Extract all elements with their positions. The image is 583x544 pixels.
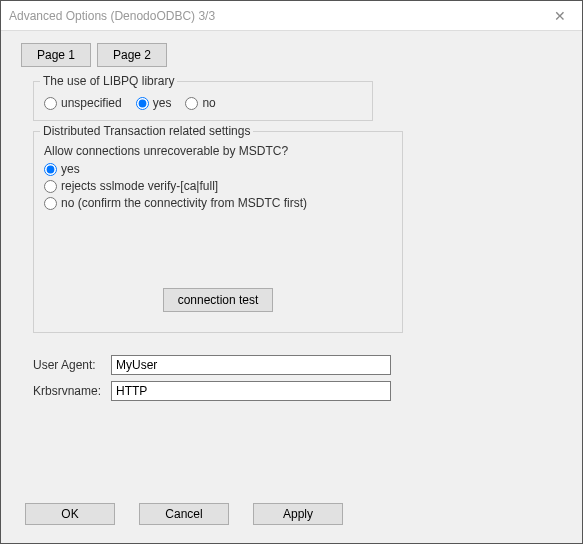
dialog-window: Advanced Options (DenodoODBC) 3/3 ✕ Page… [0, 0, 583, 544]
libpq-radio-no-input[interactable] [185, 97, 198, 110]
dtx-radio-no-input[interactable] [44, 197, 57, 210]
dtx-radio-yes-input[interactable] [44, 163, 57, 176]
krb-row: Krbsrvname: [33, 381, 562, 401]
dtx-radio-yes[interactable]: yes [44, 162, 382, 176]
page1-button[interactable]: Page 1 [21, 43, 91, 67]
dtx-radio-rejects[interactable]: rejects sslmode verify-[ca|full] [44, 179, 382, 193]
libpq-legend: The use of LIBPQ library [40, 74, 177, 88]
form-rows: User Agent: Krbsrvname: [33, 355, 562, 407]
window-title: Advanced Options (DenodoODBC) 3/3 [9, 9, 215, 23]
dtx-options: yes rejects sslmode verify-[ca|full] no … [44, 162, 392, 210]
dtx-group: Distributed Transaction related settings… [33, 131, 403, 333]
content-area: Page 1 Page 2 The use of LIBPQ library u… [1, 31, 582, 543]
libpq-radio-yes-input[interactable] [136, 97, 149, 110]
dtx-radio-rejects-input[interactable] [44, 180, 57, 193]
dtx-no-label: no (confirm the connectivity from MSDTC … [61, 196, 307, 210]
conn-test-wrap: connection test [44, 288, 392, 312]
apply-button[interactable]: Apply [253, 503, 343, 525]
dialog-buttons: OK Cancel Apply [21, 489, 562, 531]
dtx-question: Allow connections unrecoverable by MSDTC… [44, 144, 392, 158]
libpq-no-label: no [202, 96, 215, 110]
krb-label: Krbsrvname: [33, 384, 111, 398]
libpq-yes-label: yes [153, 96, 172, 110]
krb-input[interactable] [111, 381, 391, 401]
libpq-options: unspecified yes no [44, 96, 362, 110]
ok-button[interactable]: OK [25, 503, 115, 525]
libpq-radio-no[interactable]: no [185, 96, 215, 110]
libpq-radio-unspecified[interactable]: unspecified [44, 96, 122, 110]
libpq-radio-unspecified-input[interactable] [44, 97, 57, 110]
close-icon[interactable]: ✕ [546, 8, 574, 24]
libpq-group: The use of LIBPQ library unspecified yes… [33, 81, 373, 121]
titlebar: Advanced Options (DenodoODBC) 3/3 ✕ [1, 1, 582, 31]
dtx-rejects-label: rejects sslmode verify-[ca|full] [61, 179, 218, 193]
connection-test-button[interactable]: connection test [163, 288, 274, 312]
libpq-unspecified-label: unspecified [61, 96, 122, 110]
dtx-legend: Distributed Transaction related settings [40, 124, 253, 138]
dtx-yes-label: yes [61, 162, 80, 176]
libpq-radio-yes[interactable]: yes [136, 96, 172, 110]
user-agent-row: User Agent: [33, 355, 562, 375]
dtx-radio-no[interactable]: no (confirm the connectivity from MSDTC … [44, 196, 382, 210]
page2-button[interactable]: Page 2 [97, 43, 167, 67]
user-agent-label: User Agent: [33, 358, 111, 372]
page-tabs: Page 1 Page 2 [21, 43, 562, 67]
user-agent-input[interactable] [111, 355, 391, 375]
cancel-button[interactable]: Cancel [139, 503, 229, 525]
